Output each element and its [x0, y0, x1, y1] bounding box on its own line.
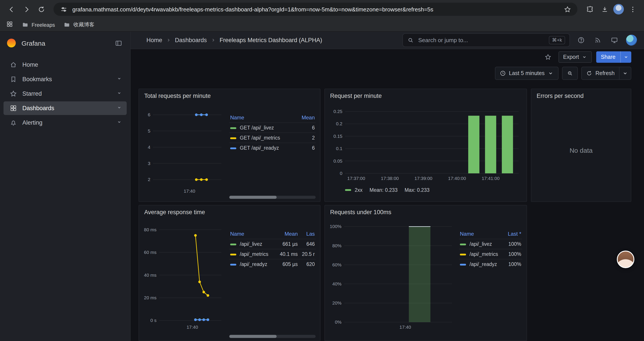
legend-column-header[interactable]: Las [298, 229, 316, 239]
user-avatar[interactable] [626, 35, 637, 46]
legend-series-name[interactable]: /api/_metrics [459, 249, 505, 259]
legend-column-header[interactable]: Mean [296, 113, 316, 123]
timeseries-chart[interactable]: 80 ms60 ms40 ms20 ms0 s17:40 [143, 218, 225, 333]
browser-menu-button[interactable] [626, 3, 639, 15]
legend-column-header[interactable]: Name [229, 113, 296, 123]
help-icon [577, 37, 584, 44]
site-info-icon[interactable] [59, 5, 68, 14]
favorite-dashboard-button[interactable] [542, 51, 554, 63]
assistant-avatar[interactable] [617, 251, 634, 268]
breadcrumb-dashboards[interactable]: Dashboards [175, 37, 207, 44]
panel-title[interactable]: Requests under 100ms [329, 208, 522, 218]
back-button[interactable] [5, 3, 18, 15]
svg-text:3: 3 [148, 161, 150, 166]
panel-title[interactable]: Average response time [143, 208, 316, 218]
address-bar[interactable]: grafana.mathmast.com/d/deytv4rwavabkb/fr… [54, 3, 577, 16]
legend-series-name[interactable]: /api/_metrics [229, 249, 276, 259]
bookmark-label: 收藏博客 [74, 21, 94, 29]
legend-scrollbar[interactable] [229, 196, 316, 199]
legend-value: 620 [298, 259, 316, 269]
panel-body: 100%80%60%40%20%0%17:40 NameLast */api/_… [329, 218, 522, 338]
legend-value: 100% [505, 259, 522, 269]
legend-series-name[interactable]: /api/_livez [459, 239, 505, 249]
svg-text:80%: 80% [332, 243, 342, 248]
news-rss-button[interactable] [593, 35, 602, 45]
export-button[interactable]: Export [558, 51, 592, 63]
downloads-button[interactable] [598, 3, 611, 15]
browser-profile-avatar[interactable] [613, 4, 624, 15]
refresh-button[interactable]: Refresh [582, 67, 619, 80]
apps-grid-button[interactable] [6, 21, 13, 29]
svg-text:17:40: 17:40 [400, 324, 411, 329]
time-range-label: Last 5 minutes [509, 70, 545, 76]
legend-value: 6 [296, 143, 316, 153]
sidebar-item-home[interactable]: Home [4, 58, 127, 72]
legend-scrollbar[interactable] [229, 335, 316, 338]
panel-title[interactable]: Errors per second [536, 91, 626, 101]
sidebar-item-dashboards[interactable]: Dashboards [4, 101, 127, 115]
legend-column-header[interactable]: Name [459, 229, 505, 239]
legend-value: 40.1 ms [276, 249, 298, 259]
scrollbar-thumb[interactable] [229, 196, 277, 199]
legend-row: GET /api/_readyz6 [229, 143, 316, 153]
legend-series-name[interactable]: GET /api/_livez [229, 123, 296, 133]
series-color-swatch [460, 264, 466, 265]
svg-text:0.2: 0.2 [336, 121, 342, 126]
panel-title[interactable]: Request per minute [329, 91, 522, 101]
bookmark-icon [10, 76, 17, 83]
legend-series-name[interactable]: /api/_livez [229, 239, 276, 249]
help-button[interactable] [576, 35, 586, 45]
svg-text:17:41:00: 17:41:00 [482, 176, 500, 181]
series-color-swatch [230, 264, 236, 265]
bookmark-folder-blogs[interactable]: 收藏博客 [64, 21, 94, 29]
grafana-logo[interactable] [6, 38, 17, 48]
legend-series-name[interactable]: 2xx [345, 187, 362, 193]
scrollbar-thumb[interactable] [229, 335, 277, 338]
zoom-out-button[interactable] [562, 67, 578, 80]
display-button[interactable] [609, 35, 619, 45]
panel-body: 0.250.20.150.10.05017:37:0017:38:0017:39… [329, 101, 522, 199]
sidebar-item-alerting[interactable]: Alerting [4, 116, 127, 129]
sidebar-item-starred[interactable]: Starred [4, 87, 127, 101]
breadcrumb-home[interactable]: Home [146, 37, 162, 44]
folder-icon [64, 22, 70, 28]
share-menu-button[interactable] [620, 51, 631, 63]
reload-button[interactable] [35, 3, 47, 15]
extensions-button[interactable] [584, 3, 596, 15]
bar-gauge-chart[interactable]: 100%80%60%40%20%0%17:40 [329, 218, 454, 333]
forward-button[interactable] [20, 3, 32, 15]
legend-row: /api/_readyz100% [459, 259, 522, 269]
legend-series-name[interactable]: GET /api/_readyz [229, 143, 296, 153]
url-text[interactable]: grafana.mathmast.com/d/deytv4rwavabkb/fr… [72, 6, 558, 13]
legend-row: /api/_metrics40.1 ms20.5 r [229, 249, 316, 259]
legend-series-name[interactable]: GET /api/_metrics [229, 133, 296, 143]
svg-text:0.1: 0.1 [336, 146, 342, 151]
main-area: Home Dashboards Freeleaps Metrics Dashbo… [131, 32, 644, 341]
legend-column-header[interactable]: Name [229, 229, 276, 239]
search-bar[interactable]: ⌘+k [402, 33, 570, 47]
time-range-picker[interactable]: Last 5 minutes [495, 67, 559, 80]
legend-series-name[interactable]: /api/_readyz [229, 259, 276, 269]
sidebar: Grafana Home Bookmarks Starred [0, 32, 131, 341]
bookmark-folder-freeleaps[interactable]: Freeleaps [22, 22, 55, 28]
refresh-interval-button[interactable] [619, 67, 631, 80]
legend-series-name[interactable]: /api/_readyz [459, 259, 505, 269]
chevron-down-icon [116, 90, 122, 97]
svg-text:17:40: 17:40 [184, 188, 195, 194]
sidebar-item-bookmarks[interactable]: Bookmarks [4, 72, 127, 86]
time-controls: Last 5 minutes Refresh [131, 67, 644, 80]
legend-column-header[interactable]: Mean [276, 229, 298, 239]
timeseries-chart[interactable]: 6543217:40 [143, 101, 225, 199]
legend-column-header[interactable]: Last * [505, 229, 522, 239]
bar-chart[interactable]: 0.250.20.150.10.05017:37:0017:38:0017:39… [329, 101, 522, 185]
share-button[interactable]: Share [596, 51, 620, 63]
panel-legend: NameLast */api/_livez100%/api/_metrics10… [454, 218, 522, 269]
panel-body: 6543217:40 NameMeanGET /api/_livez6GET /… [143, 101, 316, 199]
panel-title[interactable]: Total requests per minute [143, 91, 316, 101]
home-icon [10, 61, 17, 69]
search-input[interactable] [417, 37, 545, 44]
legend-row: /api/_metrics100% [459, 249, 522, 259]
bookmark-star-button[interactable] [562, 5, 572, 14]
sidebar-collapse-button[interactable] [113, 37, 124, 49]
series-color-swatch [345, 189, 351, 191]
